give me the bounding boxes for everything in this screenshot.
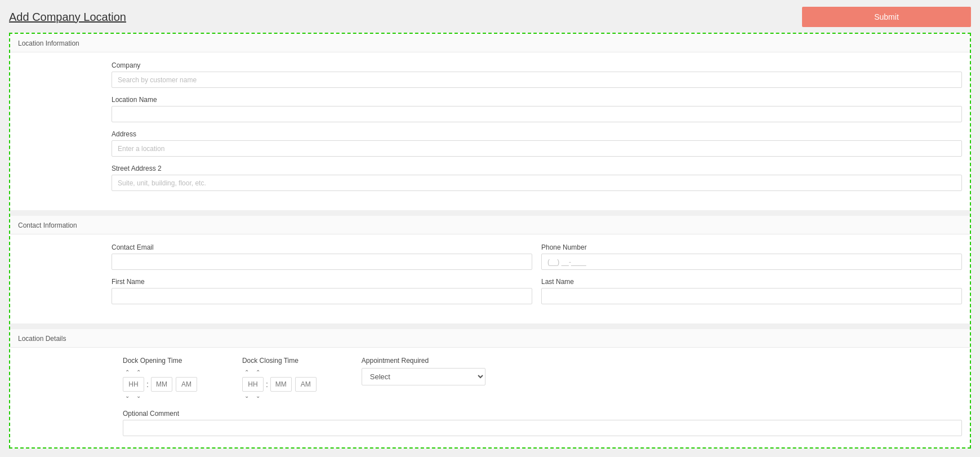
dock-closing-label: Dock Closing Time [242,357,299,365]
location-info-title: Location Information [10,34,970,52]
contact-info-title: Contact Information [10,216,970,234]
optional-comment-label: Optional Comment [123,410,962,418]
dock-opening-min-up[interactable]: ⌃ [134,370,143,375]
dock-closing-up-arrows: ⌃ ⌃ [242,370,262,375]
dock-closing-group: Dock Closing Time ⌃ ⌃ : ⌄ [242,357,317,401]
contact-email-col: Contact Email [112,243,532,278]
dock-opening-ampm-input[interactable] [176,377,197,392]
first-name-label: First Name [112,278,532,286]
company-group: Company [112,61,962,88]
location-details-body: Dock Opening Time ⌃ ⌃ : ⌄ [10,348,970,447]
dock-opening-group: Dock Opening Time ⌃ ⌃ : ⌄ [123,357,197,401]
phone-number-col: Phone Number [541,243,962,278]
dock-opening-down-arrows: ⌄ ⌄ [123,393,143,399]
optional-comment-input[interactable] [123,420,962,436]
dock-closing-min-input[interactable] [270,377,292,392]
phone-number-group: Phone Number [541,243,962,270]
dock-closing-min-down[interactable]: ⌄ [253,393,262,399]
street-address2-input[interactable] [112,175,962,191]
last-name-input[interactable] [541,288,962,304]
appointment-group: Appointment Required Select Yes No [362,357,485,385]
dock-opening-min-input[interactable] [151,377,172,392]
appointment-select[interactable]: Select Yes No [362,368,485,385]
first-name-input[interactable] [112,288,532,304]
company-input[interactable] [112,72,962,88]
dock-closing-hour-input[interactable] [242,377,264,392]
dock-opening-hour-up[interactable]: ⌃ [123,370,132,375]
location-name-label: Location Name [112,96,962,104]
dock-closing-hour-up[interactable]: ⌃ [242,370,251,375]
first-name-group: First Name [112,278,532,304]
dock-opening-hour-input[interactable] [123,377,144,392]
street-address2-label: Street Address 2 [112,165,962,172]
dock-opening-up-arrows: ⌃ ⌃ [123,370,143,375]
last-name-label: Last Name [541,278,962,286]
divider-1 [10,210,970,216]
appointment-label: Appointment Required [362,357,485,365]
contact-email-input[interactable] [112,254,532,270]
contact-info-body: Contact Email Phone Number F [10,234,970,323]
contact-email-label: Contact Email [112,243,532,251]
last-name-col: Last Name [541,278,962,312]
last-name-group: Last Name [541,278,962,304]
dock-opening-label: Dock Opening Time [123,357,182,365]
dock-opening-min-down[interactable]: ⌄ [134,393,143,399]
dock-closing-separator: : [265,380,269,389]
contact-info-section: Contact Information Contact Email Phone … [10,216,970,323]
location-name-group: Location Name [112,96,962,122]
dock-opening-separator: : [145,380,150,389]
phone-number-input[interactable] [541,254,962,270]
contact-email-group: Contact Email [112,243,532,270]
first-last-name-row: First Name Last Name [112,278,962,312]
main-form-container: Location Information Company Location Na… [9,33,971,449]
location-details-section: Location Details Dock Opening Time ⌃ ⌃ : [10,329,970,447]
divider-2 [10,323,970,329]
location-info-body: Company Location Name Address Street Add… [10,52,970,210]
dock-times-row: Dock Opening Time ⌃ ⌃ : ⌄ [123,357,962,401]
location-name-input[interactable] [112,106,962,122]
location-details-title: Location Details [10,329,970,348]
dock-opening-fields: : [123,377,197,392]
dock-closing-ampm-input[interactable] [295,377,317,392]
company-label: Company [112,61,962,69]
phone-number-label: Phone Number [541,243,962,251]
street-address2-group: Street Address 2 [112,165,962,191]
dock-closing-hour-down[interactable]: ⌄ [242,393,251,399]
first-name-col: First Name [112,278,532,312]
contact-email-phone-row: Contact Email Phone Number [112,243,962,278]
dock-closing-fields: : [242,377,317,392]
optional-comment-group: Optional Comment [123,410,962,436]
dock-closing-min-up[interactable]: ⌃ [253,370,262,375]
dock-closing-down-arrows: ⌄ ⌄ [242,393,262,399]
dock-opening-hour-down[interactable]: ⌄ [123,393,132,399]
page-title: Add Company Location [9,11,126,24]
address-label: Address [112,130,962,138]
address-input[interactable] [112,140,962,157]
submit-button[interactable]: Submit [802,7,971,27]
location-info-section: Location Information Company Location Na… [10,34,970,210]
address-group: Address [112,130,962,157]
